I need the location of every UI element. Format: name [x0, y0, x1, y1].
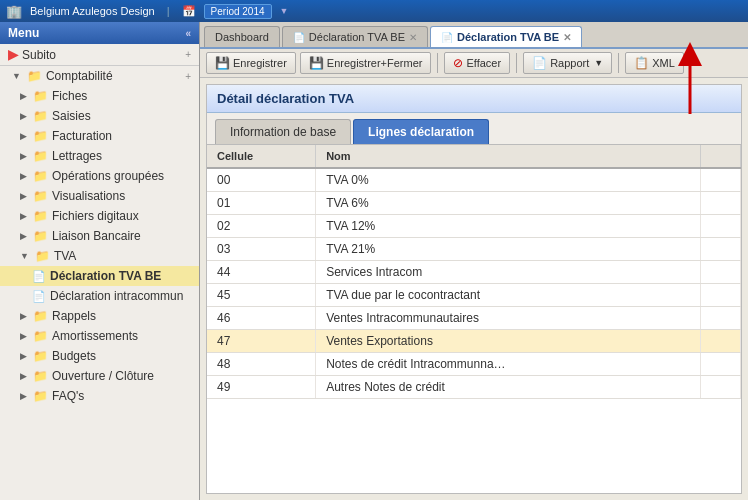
- sidebar-item-declaration-intra[interactable]: 📄 Déclaration intracommun: [0, 286, 199, 306]
- inner-tab-label: Lignes déclaration: [368, 125, 474, 139]
- doc-icon: 📄: [32, 290, 46, 303]
- expand-icon: ▶: [20, 191, 27, 201]
- period-icon: 📅: [182, 5, 196, 18]
- sidebar-item-label: Fichiers digitaux: [52, 209, 139, 223]
- cell-extra: [701, 215, 741, 238]
- sidebar-item-rappels[interactable]: ▶ 📁 Rappels: [0, 306, 199, 326]
- sidebar-item-visualisations[interactable]: ▶ 📁 Visualisations: [0, 186, 199, 206]
- table-row[interactable]: 00 TVA 0%: [207, 168, 741, 192]
- sidebar-item-label: Facturation: [52, 129, 112, 143]
- sidebar-item-budgets[interactable]: ▶ 📁 Budgets: [0, 346, 199, 366]
- expand-icon: ▶: [20, 111, 27, 121]
- cell-extra: [701, 284, 741, 307]
- sidebar-item-label: Déclaration intracommun: [50, 289, 183, 303]
- cell-nom: TVA 6%: [316, 192, 701, 215]
- subito-add-icon[interactable]: +: [185, 49, 191, 60]
- folder-icon: 📁: [33, 109, 48, 123]
- period-badge[interactable]: Period 2014: [204, 4, 272, 19]
- cell-nom: TVA 21%: [316, 238, 701, 261]
- folder-icon: 📁: [33, 349, 48, 363]
- table-row[interactable]: 48 Notes de crédit Intracommunna…: [207, 353, 741, 376]
- rapport-button[interactable]: 📄 Rapport ▼: [523, 52, 612, 74]
- sidebar-item-fiches[interactable]: ▶ 📁 Fiches: [0, 86, 199, 106]
- table-row[interactable]: 47 Ventes Exportations: [207, 330, 741, 353]
- sidebar-collapse-button[interactable]: «: [185, 28, 191, 39]
- sidebar-item-label: FAQ's: [52, 389, 84, 403]
- sidebar-item-lettrages[interactable]: ▶ 📁 Lettrages: [0, 146, 199, 166]
- sidebar-item-declaration-tva-be[interactable]: 📄 Déclaration TVA BE: [0, 266, 199, 286]
- folder-icon: 📁: [33, 129, 48, 143]
- table-row[interactable]: 03 TVA 21%: [207, 238, 741, 261]
- sidebar-item-fichiers[interactable]: ▶ 📁 Fichiers digitaux: [0, 206, 199, 226]
- expand-icon: ▶: [20, 211, 27, 221]
- subito-icon: ▶: [8, 47, 18, 62]
- toolbar-separator-2: [516, 53, 517, 73]
- cell-extra: [701, 261, 741, 284]
- xml-icon: 📋: [634, 56, 649, 70]
- tab-bar: Dashboard 📄 Déclaration TVA BE ✕ 📄 Décla…: [200, 22, 748, 49]
- cell-cellule: 01: [207, 192, 316, 215]
- table-row[interactable]: 02 TVA 12%: [207, 215, 741, 238]
- expand-icon: ▶: [20, 131, 27, 141]
- cell-cellule: 48: [207, 353, 316, 376]
- sidebar-item-facturation[interactable]: ▶ 📁 Facturation: [0, 126, 199, 146]
- cell-nom: TVA 0%: [316, 168, 701, 192]
- sidebar-item-amortissements[interactable]: ▶ 📁 Amortissements: [0, 326, 199, 346]
- form-area: Détail déclaration TVA Information de ba…: [206, 84, 742, 494]
- xml-button[interactable]: 📋 XML: [625, 52, 684, 74]
- sidebar-item-label: Budgets: [52, 349, 96, 363]
- table-row[interactable]: 01 TVA 6%: [207, 192, 741, 215]
- sidebar-item-comptabilite[interactable]: ▼ 📁 Comptabilité +: [0, 66, 199, 86]
- sidebar-item-label: Liaison Bancaire: [52, 229, 141, 243]
- sidebar-item-label: Déclaration TVA BE: [50, 269, 161, 283]
- table-row[interactable]: 45 TVA due par le cocontractant: [207, 284, 741, 307]
- folder-icon: 📁: [33, 369, 48, 383]
- tab-close-button[interactable]: ✕: [409, 32, 417, 43]
- sidebar-item-operations[interactable]: ▶ 📁 Opérations groupées: [0, 166, 199, 186]
- cell-extra: [701, 238, 741, 261]
- tab-label: Déclaration TVA BE: [309, 31, 405, 43]
- cell-nom: TVA due par le cocontractant: [316, 284, 701, 307]
- cell-nom: Autres Notes de crédit: [316, 376, 701, 399]
- effacer-button[interactable]: ⊘ Effacer: [444, 52, 510, 74]
- period-dropdown-icon[interactable]: ▼: [280, 6, 289, 16]
- enregistrer-button[interactable]: 💾 Enregistrer: [206, 52, 296, 74]
- column-extra: [701, 145, 741, 168]
- table-row[interactable]: 44 Services Intracom: [207, 261, 741, 284]
- sidebar-item-liaison[interactable]: ▶ 📁 Liaison Bancaire: [0, 226, 199, 246]
- content-area: Dashboard 📄 Déclaration TVA BE ✕ 📄 Décla…: [200, 22, 748, 500]
- table-header-row: Cellule Nom: [207, 145, 741, 168]
- comptabilite-add-icon[interactable]: +: [185, 71, 191, 82]
- column-nom: Nom: [316, 145, 701, 168]
- button-label: Rapport: [550, 57, 589, 69]
- tab-dashboard[interactable]: Dashboard: [204, 26, 280, 47]
- sidebar-item-label: Rappels: [52, 309, 96, 323]
- rapport-icon: 📄: [532, 56, 547, 70]
- sidebar-item-faqs[interactable]: ▶ 📁 FAQ's: [0, 386, 199, 406]
- table-row[interactable]: 46 Ventes Intracommunautaires: [207, 307, 741, 330]
- sidebar-item-saisies[interactable]: ▶ 📁 Saisies: [0, 106, 199, 126]
- folder-icon: 📁: [33, 209, 48, 223]
- expand-icon: ▶: [20, 151, 27, 161]
- tab-close-button[interactable]: ✕: [563, 32, 571, 43]
- tab-declaration-tva-1[interactable]: 📄 Déclaration TVA BE ✕: [282, 26, 428, 47]
- sidebar-header: Menu «: [0, 22, 199, 44]
- cell-cellule: 46: [207, 307, 316, 330]
- toolbar-separator: [437, 53, 438, 73]
- sidebar-item-ouverture[interactable]: ▶ 📁 Ouverture / Clôture: [0, 366, 199, 386]
- save-icon: 💾: [215, 56, 230, 70]
- sidebar-item-label: Comptabilité: [46, 69, 113, 83]
- inner-tab-info-base[interactable]: Information de base: [215, 119, 351, 144]
- cell-nom: Services Intracom: [316, 261, 701, 284]
- cell-nom: Ventes Exportations: [316, 330, 701, 353]
- inner-tab-lignes[interactable]: Lignes déclaration: [353, 119, 489, 144]
- sidebar-item-tva[interactable]: ▼ 📁 TVA: [0, 246, 199, 266]
- tab-declaration-tva-2[interactable]: 📄 Déclaration TVA BE ✕: [430, 26, 582, 47]
- cell-cellule: 49: [207, 376, 316, 399]
- expand-icon: ▼: [12, 71, 21, 81]
- enregistrer-fermer-button[interactable]: 💾 Enregistrer+Fermer: [300, 52, 432, 74]
- sidebar-item-subito[interactable]: ▶ Subito +: [0, 44, 199, 66]
- folder-icon: 📁: [33, 169, 48, 183]
- table-row[interactable]: 49 Autres Notes de crédit: [207, 376, 741, 399]
- cell-extra: [701, 192, 741, 215]
